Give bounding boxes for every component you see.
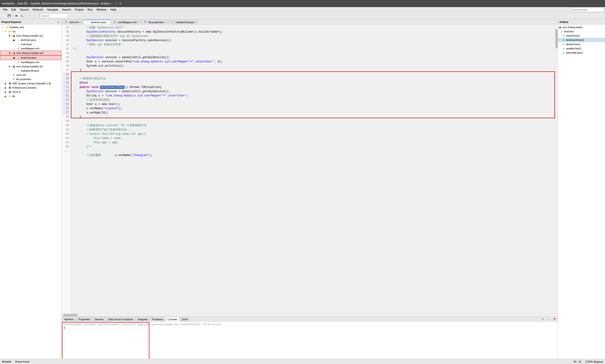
- menu-navigate[interactable]: Navigate: [45, 8, 60, 12]
- tree-item-usermapper-sy3[interactable]: X userMapper.xml: [0, 60, 61, 64]
- tab-mybatisutil-java[interactable]: J mybatisUtil.java ×: [168, 20, 198, 24]
- run-button[interactable]: ▶: [14, 13, 19, 18]
- code-line-39: //创建能执行映射文件中 sql 的 sqlSession: [73, 34, 553, 38]
- save-button[interactable]: 💾: [7, 13, 12, 18]
- outline-item-class[interactable]: C testUser: [558, 29, 605, 34]
- close-button[interactable]: ✕: [119, 2, 122, 5]
- tree-item-dbprops[interactable]: P db.properties: [0, 77, 61, 81]
- tree-item-usermapper-sy1[interactable]: X userMapper.xml: [0, 46, 61, 51]
- tab-close-icon[interactable]: ×: [107, 21, 108, 24]
- tree-item-junit[interactable]: ▶ 📚 JUnit 4: [0, 90, 61, 94]
- package-explorer: Project Explorer ⬚ ▼ 📁 mybatis_test ▼ 📂 …: [0, 19, 62, 359]
- menu-edit[interactable]: Edit: [9, 8, 18, 12]
- tab-close-icon[interactable]: ×: [138, 21, 139, 23]
- tab-close-icon[interactable]: ×: [195, 21, 196, 23]
- outline-item-selectalluser[interactable]: m selectAllUser(): [558, 51, 605, 55]
- tree-label: testUser: [564, 30, 574, 33]
- console-tab-junit[interactable]: JUnit: [180, 317, 190, 322]
- method-icon: m: [562, 47, 566, 50]
- method-icon: m: [562, 51, 566, 55]
- minimize-button[interactable]: ─: [110, 2, 114, 5]
- menu-file[interactable]: File: [1, 8, 9, 12]
- tree-label: updateUser(): [566, 47, 581, 50]
- maximize-button[interactable]: □: [114, 2, 118, 5]
- java-file-icon: J: [16, 38, 20, 42]
- tree-item-util[interactable]: ▼ 📦 com.zhang.mybatis.util: [0, 64, 61, 68]
- quick-access-input[interactable]: [571, 7, 604, 12]
- console-pin-btn[interactable]: 📌: [552, 316, 557, 322]
- tab-usermapper-xml[interactable]: X userMapper.xml ×: [111, 20, 141, 24]
- outline-item-selectuser[interactable]: m selectUser(): [558, 34, 605, 38]
- menu-project[interactable]: Project: [73, 8, 86, 12]
- menu-run[interactable]: Run: [86, 8, 94, 12]
- tree-label: com.zhang.mybatis.sy3: [16, 52, 43, 54]
- tree-item-conf[interactable]: X conf.xml: [0, 73, 61, 77]
- tab-label: mybatisUtil.java: [176, 21, 194, 24]
- explorer-minimize[interactable]: ⬚: [57, 20, 60, 23]
- code-line-54: //这里体现封装性: [73, 98, 553, 102]
- tree-area[interactable]: ▼ 📁 mybatis_test ▼ 📂 src ▼ 📦 com.zhang.m…: [0, 25, 61, 359]
- scroll-thumb[interactable]: [555, 29, 558, 48]
- tree-item-lib-folder[interactable]: ▶ 📁 lib: [0, 94, 61, 98]
- tree-item-referenced-libs[interactable]: ▶ 📚 Referenced Libraries: [0, 86, 61, 90]
- horizontal-scrollbar[interactable]: [62, 313, 558, 316]
- outline-tree[interactable]: 📦 com.zhang.myba... C testUser m selectU…: [558, 25, 605, 359]
- console-tab-problems[interactable]: Problems: [150, 317, 165, 322]
- tree-label: com.zhang.myba...: [562, 26, 584, 29]
- tree-item-jre[interactable]: ▶ 📚 JRE System Library [JavaSE-1.8]: [0, 81, 61, 86]
- package-icon: 📦: [12, 34, 16, 38]
- chevron-down-icon: ▼: [1, 25, 5, 29]
- tab-conf-xml[interactable]: X conf.xml ×: [62, 20, 83, 24]
- menu-search[interactable]: Search: [60, 8, 73, 12]
- tab-label: db.properties: [148, 21, 164, 24]
- tab-db-properties[interactable]: P db.properties ×: [141, 20, 168, 24]
- h-scroll-thumb[interactable]: [63, 314, 77, 316]
- code-line-47: }: [73, 68, 553, 72]
- console-tab-snippets[interactable]: Snippets: [135, 317, 150, 322]
- console-tab-properties[interactable]: Properties: [76, 317, 92, 322]
- menu-source[interactable]: Source: [18, 8, 31, 12]
- outline-item-testinsertuser[interactable]: m testInsertUser(): [558, 38, 605, 42]
- code-editor-container: 37 38 39 40 41 42 43 44 45 46 47 48 49 5…: [62, 25, 558, 313]
- console-tab-servers[interactable]: Servers: [93, 317, 106, 322]
- menu-refactor[interactable]: Refactor: [31, 8, 45, 12]
- tree-item-mybatisutil[interactable]: J mybatisUtil.java: [0, 68, 61, 73]
- outline-item-updateuser[interactable]: m updateUser(): [558, 46, 605, 51]
- outline-item-package[interactable]: 📦 com.zhang.myba...: [558, 25, 605, 29]
- tree-item-sy1-testuser[interactable]: ▶ J testUser.java: [0, 38, 61, 42]
- console-scroll-btn[interactable]: ↓: [546, 316, 551, 322]
- code-line-62: /*public User(String name,int age){: [73, 132, 553, 136]
- menu-window[interactable]: Window: [94, 8, 108, 12]
- status-writable: Writable: [2, 360, 11, 363]
- tree-item-sy1[interactable]: ▼ 📦 com.zhang.mybatis.sy1: [0, 34, 61, 38]
- tab-close-icon[interactable]: ×: [165, 21, 166, 23]
- search-input[interactable]: [40, 13, 68, 18]
- menu-help[interactable]: Help: [108, 8, 118, 12]
- console-tab-markers[interactable]: Markers: [62, 317, 76, 322]
- console-content[interactable]: <terminated> testUser.testInsertUser [JU…: [62, 322, 558, 359]
- code-content[interactable]: //构建 SqlSession 的工厂 SqlSessionFactory se…: [71, 25, 555, 313]
- back-button[interactable]: ←: [27, 13, 32, 18]
- console-area: Markers Properties Servers Data Source E…: [62, 316, 558, 359]
- tree-label: mybatis_test: [10, 26, 24, 29]
- forward-button[interactable]: →: [33, 13, 38, 18]
- tree-label: testInsertUser(): [566, 39, 584, 41]
- outline-item-deleteuser[interactable]: m deleteUser(): [558, 42, 605, 46]
- vertical-scrollbar[interactable]: [555, 25, 558, 313]
- tree-item-mybatis-test[interactable]: ▼ 📁 mybatis_test: [0, 25, 61, 29]
- tree-label: selectUser(): [566, 34, 580, 37]
- tree-item-user[interactable]: J User.java: [0, 42, 61, 46]
- tree-item-src[interactable]: ▼ 📂 src: [0, 29, 61, 34]
- tree-item-sy3[interactable]: ▼ 📦 com.zhang.mybatis.sy3: [0, 51, 61, 55]
- console-tab-datasource[interactable]: Data Source Explorer: [106, 317, 135, 322]
- console-clear-btn[interactable]: ✕: [540, 316, 545, 322]
- console-tab-console[interactable]: Console: [166, 317, 179, 322]
- new-button[interactable]: 📄: [1, 13, 6, 18]
- tree-item-sy3-testuser[interactable]: ▶ J testUser.java: [0, 55, 61, 60]
- tab-testuser-java[interactable]: J testUser.java ×: [84, 20, 110, 24]
- tab-close-icon[interactable]: ×: [80, 21, 81, 23]
- debug-button[interactable]: 🐛: [20, 13, 25, 18]
- tree-label: JUnit 4: [12, 91, 20, 93]
- chevron-right-icon: ▶: [4, 86, 8, 90]
- tree-label: lib: [12, 95, 15, 98]
